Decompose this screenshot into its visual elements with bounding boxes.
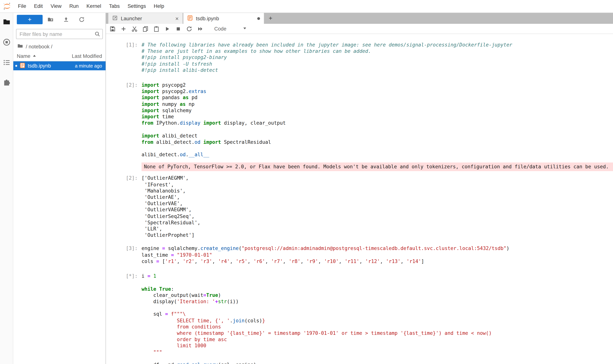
code-line: engine = sqlalchemy.create_engine("postg… xyxy=(141,246,613,252)
menu-tabs[interactable]: Tabs xyxy=(105,0,123,13)
restart-kernel-icon[interactable] xyxy=(186,26,192,32)
new-tab-button[interactable]: + xyxy=(265,13,276,24)
cell-input-area: [1]:# The following libraries have alrea… xyxy=(106,40,613,75)
code-line: cols = ['r1', 'r2', 'r3', 'r4', 'r5', 'r… xyxy=(141,258,613,264)
cell-type-value: Code xyxy=(214,26,226,32)
code-cell: [2]:import psycopg2import psycopg2.extra… xyxy=(106,80,613,239)
code-line xyxy=(141,126,613,133)
code-line: last_time = "1970-01-01" xyxy=(141,252,613,258)
chevron-down-icon xyxy=(242,26,247,32)
code-cell: [3]:engine = sqlalchemy.create_engine("p… xyxy=(106,244,613,266)
code-line: import sqlalchemy xyxy=(141,107,613,114)
table-of-contents-icon[interactable] xyxy=(2,58,11,67)
cut-cells-icon[interactable] xyxy=(131,26,138,32)
new-folder-button[interactable] xyxy=(43,15,58,24)
output-prompt: [2]: xyxy=(106,173,141,238)
restart-run-all-icon[interactable] xyxy=(197,26,204,32)
menu-settings[interactable]: Settings xyxy=(123,0,150,13)
code-line: import psycopg2.extras xyxy=(141,88,613,95)
filter-files-input[interactable] xyxy=(16,29,103,39)
tab-tsdb-notebook[interactable]: tsdb.ipynb xyxy=(183,13,264,24)
jupyter-logo-icon xyxy=(0,2,14,11)
code-line: #!pip install alibi-detect xyxy=(141,67,613,74)
activity-bar xyxy=(0,13,13,364)
cell-editor[interactable]: import psycopg2import psycopg2.extrasimp… xyxy=(141,80,613,160)
code-line: alibi_detect.od.__all__ xyxy=(141,152,613,158)
file-row-tsdb[interactable]: tsdb.ipynb a minute ago xyxy=(13,61,106,70)
code-line: from IPython.display import display, cle… xyxy=(141,120,613,126)
code-line: # These are just left in as examples to … xyxy=(141,48,613,54)
tab-launcher[interactable]: Launcher × xyxy=(108,13,183,24)
breadcrumb[interactable]: / notebook / xyxy=(13,42,106,51)
input-prompt: [*]: xyxy=(106,272,141,364)
code-line: i = 1 xyxy=(141,273,613,279)
run-cell-icon[interactable] xyxy=(164,26,171,32)
menu-kernel[interactable]: Kernel xyxy=(83,0,105,13)
launcher-icon xyxy=(112,15,118,22)
open-file-dot-icon xyxy=(15,65,17,67)
code-line: SELECT time, {', '.join(cols)} xyxy=(141,317,613,324)
input-prompt: [3]: xyxy=(106,244,141,266)
code-line: """ xyxy=(141,349,613,355)
cell-type-select[interactable]: Code xyxy=(214,26,247,32)
upload-button[interactable] xyxy=(58,15,74,24)
cell-input-area: [2]:import psycopg2import psycopg2.extra… xyxy=(106,80,613,160)
code-line: #!pip install psycopg2-binary xyxy=(141,54,613,61)
refresh-button[interactable] xyxy=(74,15,90,24)
menu-view[interactable]: View xyxy=(47,0,66,13)
output-line: 'OutlierAE', xyxy=(141,194,613,200)
folder-icon xyxy=(17,43,23,50)
output-line: ['OutlierAEGMM', xyxy=(141,175,613,182)
output-line: 'SpectralResidual', xyxy=(141,220,613,226)
code-cell: [1]:# The following libraries have alrea… xyxy=(106,40,613,75)
jupyterlab-window: File Edit View Run Kernel Tabs Settings … xyxy=(0,0,613,364)
menu-run[interactable]: Run xyxy=(65,0,82,13)
file-list-header: Name Last Modified xyxy=(13,51,106,61)
output-line: 'IForest', xyxy=(141,182,613,188)
code-line: import time xyxy=(141,114,613,120)
column-header-last-modified[interactable]: Last Modified xyxy=(72,53,102,59)
dock-tab-bar: Launcher × tsdb.ipynb + xyxy=(106,13,613,24)
stderr-output: None of PyTorch, TensorFlow >= 2.0, or F… xyxy=(141,163,613,171)
cell-input-area: [3]:engine = sqlalchemy.create_engine("p… xyxy=(106,244,613,266)
notebook-scroll-area[interactable]: [1]:# The following libraries have alrea… xyxy=(106,34,613,364)
new-launcher-button[interactable]: + xyxy=(17,15,43,24)
extension-manager-icon[interactable] xyxy=(2,78,11,87)
code-line: #!pip install -U tsfresh xyxy=(141,61,613,67)
save-icon[interactable] xyxy=(109,26,116,32)
menu-bar: File Edit View Run Kernel Tabs Settings … xyxy=(0,0,613,13)
unsaved-changes-dot-icon xyxy=(257,17,260,20)
code-line xyxy=(141,305,613,311)
code-line: while True: xyxy=(141,286,613,292)
file-browser-panel: + / notebo xyxy=(13,13,106,364)
menu-help[interactable]: Help xyxy=(150,0,168,13)
interrupt-kernel-icon[interactable] xyxy=(175,26,181,32)
code-line: import alibi_detect xyxy=(141,133,613,139)
column-header-name[interactable]: Name xyxy=(17,53,30,59)
code-line xyxy=(141,355,613,362)
notebook-toolbar: Code xyxy=(106,24,613,34)
code-line: limit 1000 xyxy=(141,343,613,349)
output-line: 'Mahalanobis', xyxy=(141,188,613,194)
paste-cells-icon[interactable] xyxy=(153,26,160,32)
input-prompt: [1]: xyxy=(106,40,141,75)
output-line: 'OutlierProphet'] xyxy=(141,232,613,238)
notebook-cells: [1]:# The following libraries have alrea… xyxy=(106,40,613,364)
running-sessions-icon[interactable] xyxy=(2,38,11,47)
cell-editor[interactable]: engine = sqlalchemy.create_engine("postg… xyxy=(141,244,613,266)
cell-editor[interactable]: # The following libraries have already b… xyxy=(141,40,613,75)
file-browser-icon[interactable] xyxy=(2,18,11,26)
output-line: 'OutlierSeq2Seq', xyxy=(141,213,613,220)
output-line: 'OutlierVAEGMM', xyxy=(141,207,613,213)
tab-label: tsdb.ipynb xyxy=(196,15,254,21)
code-line xyxy=(141,279,613,286)
menu-file[interactable]: File xyxy=(14,0,30,13)
code-line: order by time asc xyxy=(141,337,613,343)
main-dock-panel: Launcher × tsdb.ipynb + xyxy=(106,13,613,364)
copy-cells-icon[interactable] xyxy=(142,26,149,32)
menu-edit[interactable]: Edit xyxy=(30,0,47,13)
close-tab-icon[interactable]: × xyxy=(175,15,178,21)
insert-cell-icon[interactable] xyxy=(121,26,127,32)
breadcrumb-path: / notebook / xyxy=(26,43,53,50)
cell-editor[interactable]: i = 1 while True: clear_output(wait=True… xyxy=(141,272,613,364)
